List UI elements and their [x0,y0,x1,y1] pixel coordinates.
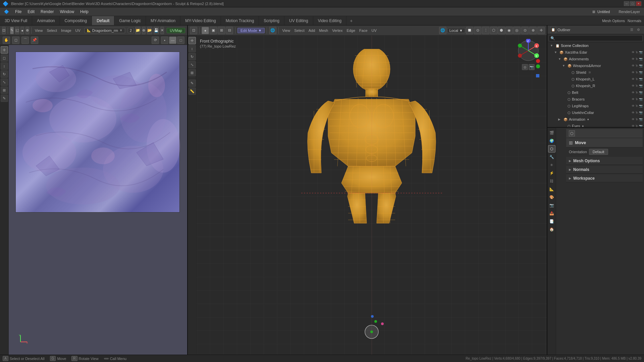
normals-header-right[interactable]: Normals [628,19,641,23]
vp-move-tool[interactable]: ↕ [189,45,196,52]
uv-new-icon[interactable]: ⊕ [142,27,146,34]
vp-global-icon[interactable]: 🌐 [269,27,276,34]
vp-menu-mesh[interactable]: Mesh [318,28,329,33]
vp-overlay-toggle[interactable]: ⊕ [529,27,537,34]
menu-edit[interactable]: Edit [25,9,37,15]
uv-edge-mode[interactable]: — [169,37,176,44]
uv-view-icon[interactable]: ◱ [15,27,19,34]
outliner-animation[interactable]: ▶ 📦 Animation ♦ 👁 🖱 📷 [547,116,644,123]
vp-global-coord-icon[interactable]: 🌐 [439,27,446,34]
camera-view-toggle[interactable]: 📷 [529,64,535,70]
tab-scripting[interactable]: Scripting [259,16,284,25]
close-button[interactable]: ✕ [636,1,641,6]
maximize-button[interactable]: □ [630,1,635,6]
menu-file[interactable]: File [12,9,24,15]
vp-vertex-mode-icon[interactable]: ▣ [210,27,217,34]
uv-open-icon[interactable]: 📂 [147,27,152,34]
vp-snap-icon[interactable]: 🔲 [466,27,473,34]
outliner-xarzitha-edar[interactable]: ▼ 📦 Xarzitha Edar 👁 🖱 📷 [547,49,644,56]
outliner-shield[interactable]: ⬡ Shield ⛭ 👁 🖱 📷 [547,69,644,76]
tab-myanimation[interactable]: MY-Animation [146,16,180,25]
outliner-scene-collection[interactable]: ▼ 📋 Scene Collection [547,42,644,49]
prop-world-icon[interactable]: 🌍 [548,137,555,144]
title-bar-controls[interactable]: ─ □ ✕ [624,1,641,6]
tab-default[interactable]: Default [92,16,114,25]
vp-menu-edge[interactable]: Edge [345,28,357,33]
tab-videoediting[interactable]: Video Editing [313,16,347,25]
vp-wireframe-icon[interactable]: ⬡ [490,27,497,34]
uv-shade-icon[interactable]: ● [20,27,24,34]
outliner-filter-icon[interactable]: ☰ [629,27,635,33]
vp-transform-tool[interactable]: ⊞ [189,69,196,76]
vp-proportional-icon[interactable]: ⊙ [474,27,481,34]
vp-extra-icon[interactable]: ⋮ [482,27,489,34]
uv-browse-icon[interactable]: 📁 [135,27,141,34]
vp-object-mode-icon[interactable]: ● [202,27,209,34]
tab-gamelogi[interactable]: Game Logic [114,16,146,25]
vp-shading-toggle[interactable]: ⊙ [521,27,529,34]
prop-object-icon[interactable]: ⬡ [548,145,555,153]
vp-menu-add[interactable]: Add [307,28,317,33]
uv-cursor-tool[interactable]: ✛ [1,46,8,54]
prop-output-icon[interactable]: 📤 [548,209,555,217]
tab-animation[interactable]: Animation [32,16,60,25]
outliner-type-icon[interactable]: 📋 [550,27,556,33]
uv-rotate-tool[interactable]: ↻ [1,70,8,78]
tab-uvediting[interactable]: UV Editing [284,16,313,25]
outliner-khopesh-r[interactable]: ⬡ Khopesh_R 👁 🖱 📷 [547,82,644,89]
menu-render[interactable]: Render [38,9,56,15]
edit-mode-dropdown[interactable]: Edit Mode ▼ [237,28,265,33]
uv-slot-num[interactable]: 2 [128,28,134,33]
workspace-section-header[interactable]: ▶ Workspace [566,174,643,182]
outliner-weapons-armor[interactable]: ▼ 📦 Weapons&Armor 👁 🖱 📷 [547,62,644,69]
uv-grab-tool[interactable]: ↕ [1,62,8,70]
prop-render-icon[interactable]: 📷 [548,201,555,209]
uv-transform-tool[interactable]: ⊞ [1,86,8,94]
menu-window[interactable]: Window [57,9,77,15]
uv-overlay-icon[interactable]: ⊕ [25,27,29,34]
vp-solid-icon[interactable]: ⬢ [498,27,505,34]
vp-face-mode-icon[interactable]: ⊟ [226,27,233,34]
viewport-canvas[interactable]: Front Orthographic (77) Re_topo LowRez [197,36,547,355]
vp-edge-mode-icon[interactable]: ⊞ [218,27,225,34]
uv-toolbar-select[interactable]: Select [45,28,58,33]
uvmap-label[interactable]: UVMap [167,28,185,33]
uv-toolbar-image[interactable]: Image [60,28,73,33]
vp-render-icon[interactable]: ◎ [513,27,521,34]
tab-compositing[interactable]: Compositing [60,16,92,25]
vp-menu-select[interactable]: Select [293,28,306,33]
uv-editor-type-icon[interactable]: ⊡ [2,27,6,34]
mesh-options-section-header[interactable]: ▶ Mesh Options [566,157,643,165]
prop-modifier-icon[interactable]: 🔧 [548,153,555,161]
mesh-options-header-right[interactable]: Mesh Options [602,19,625,23]
normals-section-header[interactable]: ▶ Normals [566,166,643,174]
tab-myvideoediting[interactable]: MY-Video Editing [180,16,221,25]
prop-scene-icon[interactable]: 🎬 [548,129,555,136]
tab-motiontracking[interactable]: Motion Tracking [221,16,259,25]
prop-panel-icon[interactable]: ⬡ [569,130,575,136]
prop-scene2-icon[interactable]: 🏠 [548,226,555,233]
vp-menu-face[interactable]: Face [358,28,369,33]
vp-local-dropdown[interactable]: Local ▼ [447,28,465,33]
vp-scale-tool[interactable]: ⤡ [189,61,196,68]
minimize-button[interactable]: ─ [624,1,629,6]
prop-constraints-icon[interactable]: ⛓ [548,177,555,185]
menu-help[interactable]: Help [77,9,91,15]
object-selector[interactable]: 📐 Dragonborn_rm ▼ [85,28,125,33]
uv-save-icon[interactable]: 💾 [154,27,159,34]
uv-lasso-icon[interactable]: ⌒ [21,37,29,44]
nav-gizmo[interactable]: X Y Z ⊙ 📷 [517,39,540,62]
uv-mode-icon[interactable]: ✎ [10,27,14,34]
uv-face-mode[interactable]: □ [177,37,184,44]
vp-menu-view[interactable]: View [281,28,291,33]
vp-rotate-tool[interactable]: ↻ [189,53,196,60]
uv-select-box-tool[interactable]: ◻ [1,54,8,62]
prop-particles-icon[interactable]: ✳ [548,161,555,169]
vp-menu-vertex[interactable]: Vertex [331,28,344,33]
vp-editor-type-icon[interactable]: ⊡ [190,27,197,34]
vp-cursor-tool[interactable]: ✛ [189,37,196,44]
vp-measure-tool[interactable]: 📏 [189,87,196,95]
uv-select-icon[interactable]: ◻ [12,37,19,44]
prop-data-icon[interactable]: 📐 [548,185,555,193]
uv-annotate-tool[interactable]: ✎ [1,95,8,102]
